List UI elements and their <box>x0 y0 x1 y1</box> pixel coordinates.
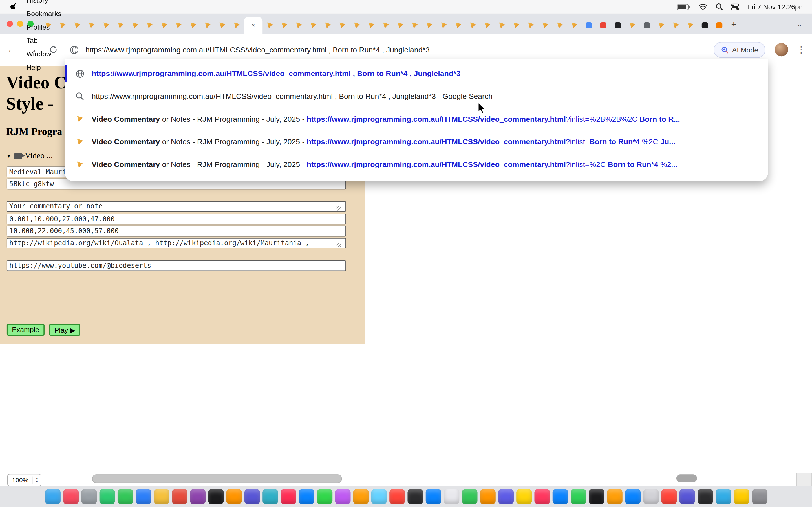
end-times-input[interactable] <box>7 226 346 237</box>
dock-app-icon-16[interactable] <box>335 489 350 504</box>
dock-app-icon-7[interactable] <box>172 489 187 504</box>
tab-37[interactable] <box>581 17 596 34</box>
dock-app-icon-14[interactable] <box>299 489 314 504</box>
dock-app-icon-1[interactable] <box>63 489 79 504</box>
dock-app-icon-25[interactable] <box>498 489 513 504</box>
zoom-control[interactable]: 100% ▲▼ <box>7 474 42 486</box>
control-center-icon[interactable] <box>731 3 739 10</box>
dock-app-icon-37[interactable] <box>715 489 731 504</box>
dock-app-icon-10[interactable] <box>226 489 242 504</box>
tab-16[interactable] <box>277 17 292 34</box>
suggestion-history-2[interactable]: Video Commentary or Notes - RJM Programm… <box>65 130 768 153</box>
tab-13[interactable] <box>230 17 244 34</box>
tab-search-button[interactable]: ⌄ <box>794 18 806 31</box>
dock-app-icon-13[interactable] <box>281 489 296 504</box>
dock-app-icon-12[interactable] <box>262 489 278 504</box>
suggestion-url-text[interactable]: https://www.rjmprogramming.com.au/HTMLCS… <box>92 69 460 77</box>
tab-15[interactable] <box>262 17 277 34</box>
menu-item-bookmarks[interactable]: Bookmarks <box>20 7 67 20</box>
horizontal-scrollbar-thumb[interactable] <box>92 474 342 483</box>
tab-active[interactable]: × <box>244 17 262 34</box>
example-button[interactable]: Example <box>7 324 44 336</box>
dock-app-icon-31[interactable] <box>607 489 622 504</box>
tab-6[interactable] <box>128 17 142 34</box>
tab-18[interactable] <box>306 17 320 34</box>
close-tab-icon[interactable]: × <box>252 22 255 29</box>
dock-app-icon-15[interactable] <box>317 489 332 504</box>
tab-12[interactable] <box>215 17 229 34</box>
tab-28[interactable] <box>451 17 465 34</box>
dock-app-icon-5[interactable] <box>135 489 151 504</box>
dock-app-icon-35[interactable] <box>679 489 695 504</box>
browser-menu-button[interactable]: ⋮ <box>795 42 807 57</box>
dock-app-icon-18[interactable] <box>371 489 387 504</box>
play-button[interactable]: Play ▶ <box>49 324 80 336</box>
dock-app-icon-6[interactable] <box>154 489 169 504</box>
resize-grip-icon[interactable] <box>337 242 342 247</box>
dock-app-icon-23[interactable] <box>462 489 477 504</box>
tab-2[interactable] <box>70 17 84 34</box>
tab-29[interactable] <box>465 17 480 34</box>
menu-item-window[interactable]: Window <box>20 47 67 61</box>
tab-23[interactable] <box>378 17 393 34</box>
tab-4[interactable] <box>99 17 113 34</box>
resize-grip-icon[interactable] <box>337 206 342 211</box>
dock-app-icon-11[interactable] <box>244 489 260 504</box>
tab-40[interactable] <box>625 17 640 34</box>
tab-43[interactable] <box>668 17 683 34</box>
tab-24[interactable] <box>393 17 407 34</box>
tab-7[interactable] <box>142 17 157 34</box>
tab-34[interactable] <box>538 17 552 34</box>
tab-35[interactable] <box>553 17 567 34</box>
tab-22[interactable] <box>364 17 378 34</box>
tab-30[interactable] <box>480 17 495 34</box>
tab-41[interactable] <box>640 17 654 34</box>
dock-app-icon-26[interactable] <box>516 489 531 504</box>
menu-item-history[interactable]: History <box>20 0 67 7</box>
horizontal-scrollbar-thumb-secondary[interactable] <box>676 474 697 482</box>
tab-9[interactable] <box>171 17 186 34</box>
dock-app-icon-22[interactable] <box>444 489 459 504</box>
tab-11[interactable] <box>200 17 215 34</box>
commentary-textarea[interactable]: Your commentary or note <box>7 201 346 212</box>
wifi-icon[interactable] <box>699 3 707 10</box>
apple-menu[interactable] <box>6 3 20 11</box>
menu-item-help[interactable]: Help <box>20 61 67 74</box>
dock-app-icon-28[interactable] <box>552 489 568 504</box>
dock-app-icon-3[interactable] <box>99 489 115 504</box>
dock-app-icon-21[interactable] <box>425 489 441 504</box>
links-textarea[interactable]: http://wikipedia.org/wiki/Oualata , http… <box>7 238 346 248</box>
dock-app-icon-9[interactable] <box>208 489 223 504</box>
dock-app-icon-32[interactable] <box>625 489 640 504</box>
dock-app-icon-8[interactable] <box>190 489 205 504</box>
dock-app-icon-30[interactable] <box>589 489 604 504</box>
ai-mode-button[interactable]: AI Mode <box>714 42 765 58</box>
suggestion-search-text[interactable]: https://www.rjmprogramming.com.au/HTMLCS… <box>92 92 493 100</box>
dock-app-icon-38[interactable] <box>733 489 749 504</box>
suggestion-selected-url[interactable]: https://www.rjmprogramming.com.au/HTMLCS… <box>65 62 768 85</box>
suggestion-google-search[interactable]: https://www.rjmprogramming.com.au/HTMLCS… <box>65 85 768 108</box>
dock-app-icon-36[interactable] <box>697 489 713 504</box>
tab-10[interactable] <box>186 17 200 34</box>
menu-item-tab[interactable]: Tab <box>20 34 67 47</box>
tab-31[interactable] <box>495 17 509 34</box>
dock-app-icon-0[interactable] <box>45 489 60 504</box>
tab-44[interactable] <box>683 17 698 34</box>
dock-app-icon-34[interactable] <box>661 489 677 504</box>
menubar-clock[interactable]: Fri 7 Nov 12:26pm <box>747 3 805 11</box>
tab-19[interactable] <box>320 17 335 34</box>
dock-app-icon-2[interactable] <box>81 489 96 504</box>
tab-32[interactable] <box>509 17 523 34</box>
dock-app-icon-33[interactable] <box>643 489 658 504</box>
tab-21[interactable] <box>350 17 364 34</box>
tab-36[interactable] <box>567 17 581 34</box>
tab-8[interactable] <box>157 17 171 34</box>
new-tab-button[interactable]: + <box>726 17 741 32</box>
battery-icon[interactable] <box>677 3 691 10</box>
zoom-stepper[interactable]: ▲▼ <box>33 476 41 484</box>
dock-app-icon-27[interactable] <box>534 489 550 504</box>
tab-25[interactable] <box>408 17 422 34</box>
tab-27[interactable] <box>437 17 451 34</box>
tab-46[interactable] <box>712 17 726 34</box>
tab-20[interactable] <box>335 17 349 34</box>
